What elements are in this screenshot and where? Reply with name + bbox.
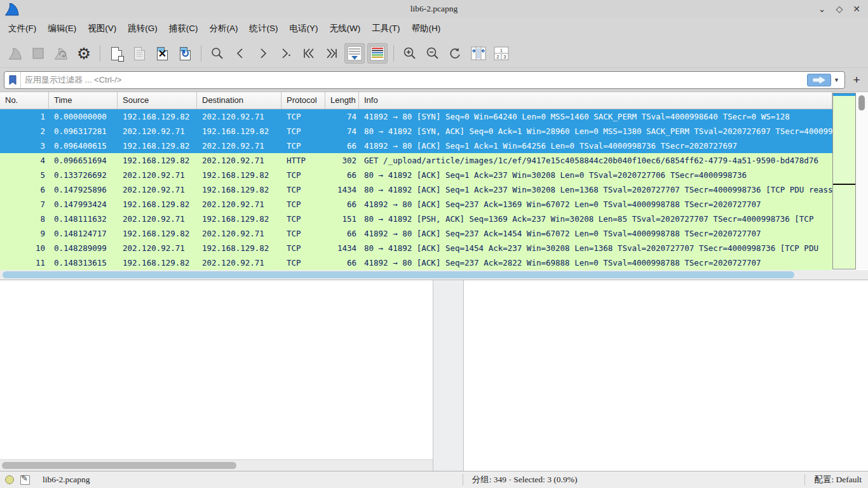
menu-item-8[interactable]: 无线(W) [324, 20, 367, 37]
packet-row[interactable]: 110.148313615192.168.129.82202.120.92.71… [0, 255, 832, 270]
zoom-out-icon[interactable] [423, 43, 443, 64]
packet-row[interactable]: 20.096317281202.120.92.71192.168.129.82T… [0, 124, 832, 139]
packet-cell-time: 0.147993424 [49, 197, 118, 212]
last-packet-icon[interactable] [322, 43, 342, 64]
pane-splitter[interactable] [433, 280, 463, 471]
first-packet-icon[interactable] [299, 43, 319, 64]
normal-size-columns-icon[interactable]: 123 [491, 43, 512, 64]
filter-bookmark-icon[interactable] [4, 72, 21, 88]
capture-start-icon[interactable] [5, 43, 25, 64]
colorize-icon[interactable] [367, 43, 388, 64]
menu-item-5[interactable]: 分析(A) [204, 20, 244, 37]
packet-row[interactable]: 50.133726692202.120.92.71192.168.129.82T… [0, 168, 832, 182]
toolbar-separator [201, 45, 201, 62]
scrollbar-thumb[interactable] [3, 271, 794, 278]
packet-row[interactable]: 30.096400615192.168.129.82202.120.92.71T… [0, 139, 832, 153]
capture-options-icon[interactable]: ⚙ [74, 43, 94, 64]
packet-cell-time: 0.148313615 [49, 255, 118, 270]
packet-cell-destination: 192.168.129.82 [197, 124, 281, 139]
menu-item-10[interactable]: 帮助(H) [405, 20, 446, 37]
column-header-protocol[interactable]: Protocol [281, 92, 325, 109]
packet-cell-time: 0.096400615 [49, 139, 118, 153]
minimap-position-line [833, 184, 855, 185]
menu-item-6[interactable]: 统计(S) [244, 20, 284, 37]
menu-item-4[interactable]: 捕获(C) [163, 20, 204, 37]
packet-row[interactable]: 100.148289099202.120.92.71192.168.129.82… [0, 241, 832, 255]
resize-columns-icon[interactable] [468, 43, 489, 64]
packet-cell-protocol: TCP [281, 124, 325, 139]
filter-dropdown-icon[interactable]: ▼ [834, 77, 839, 83]
menu-item-1[interactable]: 编辑(E) [42, 20, 82, 37]
packet-cell-length: 66 [325, 139, 359, 153]
packet-row[interactable]: 60.147925896202.120.92.71192.168.129.82T… [0, 182, 832, 197]
packet-cell-time: 0.096317281 [49, 124, 118, 139]
capture-comment-icon[interactable]: ✎ [20, 475, 30, 485]
next-packet-icon[interactable] [253, 43, 273, 64]
packet-cell-length: 74 [325, 124, 359, 139]
packet-cell-no: 7 [0, 197, 49, 212]
close-icon[interactable]: ✕ [853, 4, 860, 13]
status-profile[interactable]: 配置: Default [814, 474, 862, 485]
packet-cell-length: 151 [325, 212, 359, 226]
packet-row[interactable]: 40.096651694192.168.129.82202.120.92.71H… [0, 153, 832, 168]
packet-cell-length: 66 [325, 168, 359, 182]
display-filter-box[interactable]: ▼ [4, 71, 845, 89]
zoom-reset-icon[interactable] [445, 43, 466, 64]
file-save-icon[interactable] [129, 43, 149, 64]
packet-cell-info: 80 → 41892 [SYN, ACK] Seq=0 Ack=1 Win=28… [359, 124, 832, 139]
details-horizontal-scrollbar[interactable] [0, 459, 433, 471]
packet-cell-length: 1434 [325, 241, 359, 255]
menu-item-3[interactable]: 跳转(G) [122, 20, 163, 37]
menu-item-2[interactable]: 视图(V) [82, 20, 122, 37]
packet-list-vertical-scrollbar[interactable] [856, 92, 868, 269]
column-header-destination[interactable]: Destination [197, 92, 281, 109]
column-header-source[interactable]: Source [118, 92, 197, 109]
packet-cell-source: 192.168.129.82 [118, 153, 197, 168]
menu-item-0[interactable]: 文件(F) [3, 20, 42, 37]
packet-cell-destination: 202.120.92.71 [197, 255, 281, 270]
detail-panes [0, 280, 868, 471]
column-header-time[interactable]: Time [49, 92, 118, 109]
column-header-length[interactable]: Length [325, 92, 359, 109]
packet-cell-destination: 192.168.129.82 [197, 212, 281, 226]
packet-cell-info: 41892 → 80 [ACK] Seq=237 Ack=2822 Win=69… [359, 255, 832, 270]
file-open-icon[interactable] [106, 43, 126, 64]
packet-cell-no: 10 [0, 241, 49, 255]
previous-packet-icon[interactable] [230, 43, 250, 64]
column-header-no[interactable]: No. [0, 92, 49, 109]
file-reload-icon[interactable]: ↻ [175, 43, 195, 64]
title-bar: lib6-2.pcapng ⌄ ◇ ✕ [0, 0, 868, 18]
find-packet-icon[interactable] [207, 43, 227, 64]
packet-row[interactable]: 80.148111632202.120.92.71192.168.129.82T… [0, 212, 832, 226]
packet-cell-protocol: TCP [281, 212, 325, 226]
intelligent-scrollbar-minimap[interactable] [832, 93, 856, 269]
scrollbar-thumb[interactable] [858, 95, 865, 111]
filter-apply-button[interactable] [807, 74, 831, 86]
packet-cell-source: 202.120.92.71 [118, 124, 197, 139]
zoom-in-icon[interactable] [400, 43, 420, 64]
packet-cell-time: 0.148111632 [49, 212, 118, 226]
packet-bytes-pane[interactable] [463, 280, 868, 471]
goto-packet-icon[interactable] [276, 43, 296, 64]
packet-list-horizontal-scrollbar[interactable] [0, 270, 868, 280]
capture-stop-icon[interactable] [28, 43, 48, 64]
packet-row[interactable]: 70.147993424192.168.129.82202.120.92.71T… [0, 197, 832, 212]
file-close-icon[interactable]: ✕ [152, 43, 172, 64]
display-filter-input[interactable] [21, 75, 807, 85]
svg-text:1: 1 [500, 48, 503, 53]
maximize-icon[interactable]: ◇ [836, 4, 843, 13]
packet-cell-no: 4 [0, 153, 49, 168]
menu-item-9[interactable]: 工具(T) [366, 20, 405, 37]
capture-restart-icon[interactable] [51, 43, 71, 64]
packet-row[interactable]: 90.148124717192.168.129.82202.120.92.71T… [0, 226, 832, 241]
filter-add-button[interactable]: + [849, 73, 864, 87]
packet-details-pane[interactable] [0, 280, 433, 471]
minimize-icon[interactable]: ⌄ [818, 4, 826, 13]
scrollbar-thumb[interactable] [2, 462, 236, 469]
column-header-info[interactable]: Info [359, 92, 832, 109]
packet-row[interactable]: 10.000000000192.168.129.82202.120.92.71T… [0, 109, 832, 124]
autoscroll-icon[interactable] [344, 43, 365, 64]
packet-cell-source: 192.168.129.82 [118, 255, 197, 270]
menu-item-7[interactable]: 电话(Y) [284, 20, 324, 37]
expert-info-icon[interactable] [5, 475, 14, 484]
